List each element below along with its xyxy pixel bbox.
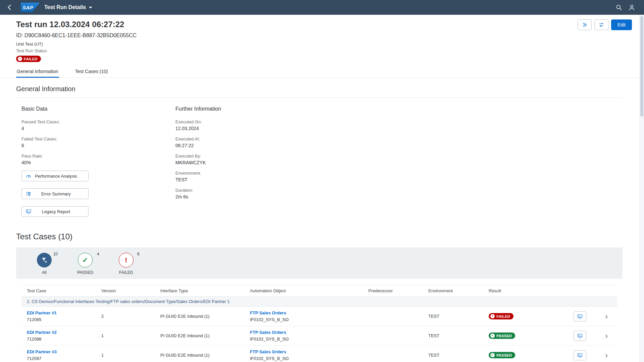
column-header-test-case[interactable]: Test Case	[21, 288, 96, 293]
version-cell: 1	[96, 333, 155, 338]
test-cases-table: Test Case Version Interface Type Automat…	[21, 285, 617, 362]
report-icon	[577, 333, 583, 339]
automation-object-link[interactable]: FTP Sales Orders	[250, 349, 363, 354]
interface-type-cell: PI GUID E2E Inbound (1)	[155, 314, 245, 319]
interface-type-cell: PI GUID E2E Inbound (1)	[155, 333, 245, 338]
filter-count: 4	[97, 252, 99, 256]
field-value: 2m 6s	[175, 194, 329, 200]
column-header-result[interactable]: Result	[483, 288, 565, 293]
sync-icon	[599, 22, 604, 27]
filter-label: All	[42, 270, 46, 275]
scrollbar-thumb[interactable]	[640, 16, 643, 117]
tab-general-information[interactable]: General Information	[16, 65, 59, 77]
automation-object-id: IF0102_SYS_B_SO	[250, 337, 363, 342]
filter-all[interactable]: 10 All	[34, 253, 55, 275]
table-row[interactable]: EDI Partner #1 712085 2 PI GUID E2E Inbo…	[21, 307, 617, 326]
test-case-link[interactable]: EDI Partner #2	[27, 330, 96, 335]
status-badge: ! FAILED	[16, 56, 41, 62]
user-profile-button[interactable]	[625, 1, 638, 14]
column-header-predecessor[interactable]: Predecessor	[363, 288, 423, 293]
object-id: ID: D90C8460-6EC1-1EEE-B887-32B5D0E055CC	[16, 32, 632, 39]
report-icon	[577, 314, 583, 319]
row-chevron-cell: ›	[595, 312, 618, 320]
table-row[interactable]: EDI Partner #3 712087 1 PI GUID E2E Inbo…	[21, 346, 617, 362]
table-header-row: Test Case Version Interface Type Automat…	[21, 285, 617, 297]
test-case-id: 712086	[27, 337, 96, 342]
filter-failed-icon: !	[119, 253, 133, 267]
report-icon	[26, 209, 31, 214]
status-badge: ✓ PASSED	[489, 333, 515, 339]
chevron-right-icon[interactable]: ›	[605, 351, 608, 359]
test-case-link[interactable]: EDI Partner #1	[27, 310, 96, 315]
column-header-environment[interactable]: Environment	[423, 288, 483, 293]
field-label: Duration:	[175, 188, 329, 193]
error-summary-button[interactable]: Error Summary	[21, 188, 89, 199]
filter-failed[interactable]: 6 ! FAILED	[115, 253, 137, 275]
status-badge-text: PASSED	[496, 334, 512, 338]
row-chevron-cell: ›	[595, 332, 618, 340]
row-report-button[interactable]	[574, 350, 586, 360]
check-icon: ✓	[82, 256, 88, 264]
back-chevron-icon	[7, 4, 13, 10]
form-field: Passed Test Cases: 4	[21, 119, 175, 131]
app-title: Test Run Details	[44, 4, 86, 10]
report-buttons: Performance Analysis Error Summary Legac…	[21, 171, 175, 217]
chevron-right-icon[interactable]: ›	[605, 312, 608, 320]
column-header-automation-object[interactable]: Automation Object	[245, 288, 363, 293]
table-group-header[interactable]: 2. CS Demos/Functional Interfaces Testin…	[21, 297, 617, 307]
chevron-down-icon	[89, 7, 92, 8]
automation-object-id: IF0102_SYS_B_SO	[250, 317, 363, 322]
list-icon	[26, 191, 31, 196]
field-value: 12.03.2024	[175, 126, 329, 131]
automation-object-cell: FTP Sales Orders IF0102_SYS_B_SO	[245, 349, 363, 361]
shell-bar: SAP Test Run Details	[0, 0, 644, 15]
general-information-form: Basic Data Passed Test Cases: 4 Failed T…	[16, 106, 623, 224]
form-field: Failed Test Cases: 6	[21, 136, 175, 148]
row-report-button[interactable]	[574, 311, 586, 321]
app-title-menu[interactable]: Test Run Details	[44, 4, 92, 10]
automation-object-link[interactable]: FTP Sales Orders	[250, 330, 363, 335]
filter-count: 6	[137, 252, 140, 256]
field-label: Passed Test Cases:	[21, 119, 175, 125]
vertical-scrollbar[interactable]	[639, 15, 644, 362]
general-information-heading: General Information	[16, 85, 623, 98]
field-label: Environment:	[175, 171, 329, 176]
form-field: Executed By: MKRAWCZYK	[175, 154, 329, 166]
filter-passed[interactable]: 4 ✓ PASSED	[74, 253, 97, 275]
tab-test-cases[interactable]: Test Cases (10)	[74, 65, 109, 77]
check-icon: ✓	[490, 353, 495, 357]
row-report-button[interactable]	[574, 331, 586, 341]
exclamation-icon: !	[125, 256, 127, 264]
edit-button[interactable]: Edit	[611, 19, 632, 30]
result-cell: ✓ PASSED	[483, 333, 565, 339]
legacy-report-button[interactable]: Legacy Report	[21, 206, 89, 217]
automation-object-cell: FTP Sales Orders IF0102_SYS_B_SO	[245, 330, 363, 342]
version-cell: 2	[96, 314, 155, 319]
header-actions: Edit	[578, 19, 632, 30]
sap-logo: SAP	[21, 3, 40, 12]
result-cell: ! FAILED	[483, 313, 565, 319]
performance-analysis-button[interactable]: Performance Analysis	[21, 171, 89, 181]
form-field: Environment: TEST	[175, 171, 329, 183]
status-badge-text: FAILED	[24, 57, 38, 61]
search-button[interactable]	[612, 1, 625, 14]
field-value: MKRAWCZYK	[175, 160, 329, 166]
test-case-cell: EDI Partner #1 712085	[21, 310, 96, 322]
field-label: Executed By:	[175, 154, 329, 159]
automation-object-cell: FTP Sales Orders IF0102_SYS_B_SO	[245, 310, 363, 322]
expand-header-button[interactable]	[578, 19, 592, 30]
back-button[interactable]	[3, 1, 16, 14]
column-header-version[interactable]: Version	[96, 288, 155, 293]
field-value: 6	[21, 143, 175, 148]
sync-button[interactable]	[594, 19, 608, 30]
status-badge: ✓ PASSED	[489, 352, 515, 358]
table-row[interactable]: EDI Partner #2 712086 1 PI GUID E2E Inbo…	[21, 326, 617, 346]
automation-object-link[interactable]: FTP Sales Orders	[250, 310, 363, 315]
button-label: Legacy Report	[31, 209, 84, 214]
form-field: Executed On: 12.03.2024	[175, 119, 329, 131]
test-case-id: 712085	[27, 317, 96, 322]
chevron-right-icon[interactable]: ›	[605, 332, 608, 340]
test-case-link[interactable]: EDI Partner #3	[27, 349, 96, 354]
row-chevron-cell: ›	[595, 351, 618, 359]
column-header-interface-type[interactable]: Interface Type	[155, 288, 245, 293]
